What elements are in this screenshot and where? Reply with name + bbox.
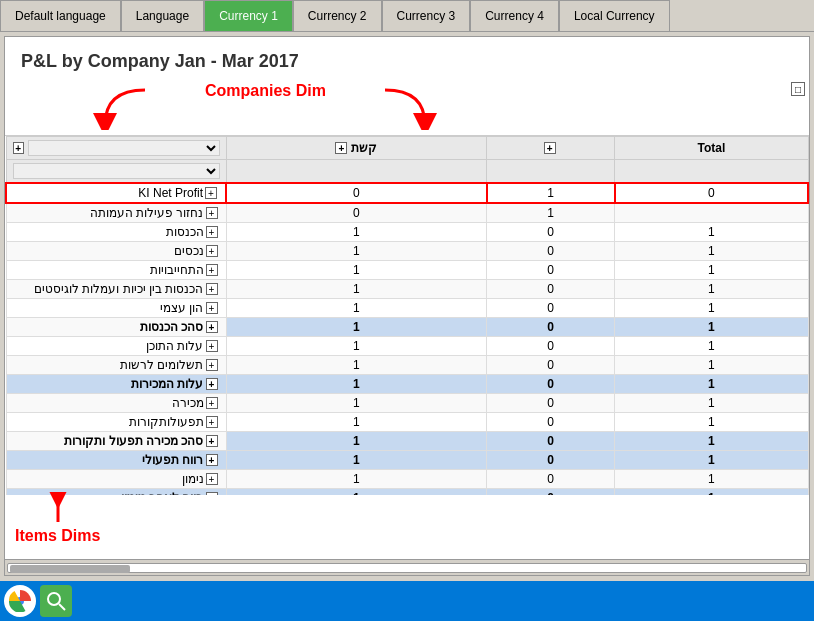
row-value-cell: 1 (615, 413, 808, 432)
row-label-text: רווח לאחר מימון (121, 491, 204, 495)
row-label-cell: +נימון (6, 470, 226, 489)
row-value-cell: 1 (226, 223, 487, 242)
row-value-cell: 0 (487, 356, 615, 375)
table-row: +תשלומים לרשות101 (6, 356, 808, 375)
arrow-left-down-icon (85, 85, 155, 130)
row-label-text: נחזור פעילות העמותה (90, 206, 204, 220)
window-minimize-button[interactable]: □ (791, 82, 805, 96)
row-label-text: התחייבויות (150, 263, 204, 277)
row-filter-dropdown[interactable] (28, 140, 220, 156)
row-label-text: KI Net Profit (138, 186, 203, 200)
tab-default-language[interactable]: Default language (0, 0, 121, 31)
expand-button[interactable]: + (206, 454, 218, 466)
row-label-cell: +עלות התוכן (6, 337, 226, 356)
row-label-cell: +סהכ הכנסות (6, 318, 226, 337)
row-value-cell: 0 (226, 203, 487, 223)
row-value-cell: 0 (487, 261, 615, 280)
col-expand-col2-button[interactable]: + (544, 142, 556, 154)
row-value-cell: 1 (615, 299, 808, 318)
col-header-kashet: + קשת (226, 137, 487, 160)
expand-button[interactable]: + (206, 207, 218, 219)
row-value-cell: 0 (615, 183, 808, 203)
expand-button[interactable]: + (206, 378, 218, 390)
scrollbar-thumb[interactable] (10, 565, 130, 573)
expand-button[interactable]: + (206, 397, 218, 409)
row-value-cell: 1 (226, 242, 487, 261)
row-value-cell: 0 (487, 489, 615, 496)
tab-bar: Default language Language Currency 1 Cur… (0, 0, 814, 32)
row-value-cell: 0 (487, 242, 615, 261)
row-value-cell: 1 (226, 489, 487, 496)
row-value-cell: 1 (226, 261, 487, 280)
tab-local-currency[interactable]: Local Currency (559, 0, 670, 31)
expand-button[interactable]: + (206, 264, 218, 276)
col-header-col2: + (487, 137, 615, 160)
tab-currency2[interactable]: Currency 2 (293, 0, 382, 31)
row-value-cell: 1 (615, 261, 808, 280)
filter-kashet-cell (226, 160, 487, 184)
table-row: +נימון101 (6, 470, 808, 489)
col-expand-button[interactable]: + (13, 142, 24, 154)
filter-row-label-cell (6, 160, 226, 184)
expand-button[interactable]: + (206, 416, 218, 428)
report-title: P&L by Company Jan - Mar 2017 (5, 37, 809, 80)
row-label-cell: +מכירה (6, 394, 226, 413)
items-dims-label: Items Dims (15, 527, 100, 545)
table-row: +KI Net Profit010 (6, 183, 808, 203)
table-row: +מכירה101 (6, 394, 808, 413)
table-row: +עלות המכירות101 (6, 375, 808, 394)
row-value-cell: 0 (487, 413, 615, 432)
data-table: + + קשת + (5, 136, 809, 495)
row-value-cell: 1 (226, 394, 487, 413)
row-label-text: סהכ הכנסות (140, 320, 203, 334)
table-body: +KI Net Profit010+נחזור פעילות העמותה01+… (6, 183, 808, 495)
row-value-cell: 0 (487, 280, 615, 299)
row-value-cell: 0 (487, 299, 615, 318)
row-label-text: סהכ מכירה תפעול ותקורות (64, 434, 203, 448)
expand-button[interactable]: + (206, 492, 218, 495)
label-filter-dropdown[interactable] (13, 163, 220, 179)
row-label-text: תשלומים לרשות (120, 358, 203, 372)
expand-button[interactable]: + (206, 245, 218, 257)
row-value-cell: 1 (226, 375, 487, 394)
table-wrapper[interactable]: + + קשת + (5, 135, 809, 495)
expand-button[interactable]: + (206, 302, 218, 314)
expand-button[interactable]: + (206, 359, 218, 371)
row-value-cell: 0 (487, 337, 615, 356)
expand-button[interactable]: + (206, 283, 218, 295)
tab-currency3[interactable]: Currency 3 (382, 0, 471, 31)
row-label-cell: +הכנסות בין יכיות ועמלות לוגיסטים (6, 280, 226, 299)
row-value-cell: 1 (615, 318, 808, 337)
search-taskbar-icon[interactable] (40, 585, 72, 617)
row-value-cell: 1 (615, 242, 808, 261)
col-expand-kashet-button[interactable]: + (335, 142, 347, 154)
row-label-cell: +רווח תפעולי (6, 451, 226, 470)
table-row: +תפעולותקורות101 (6, 413, 808, 432)
filter-col2-cell (487, 160, 615, 184)
row-value-cell: 0 (487, 432, 615, 451)
table-row: +רווח תפעולי101 (6, 451, 808, 470)
row-label-text: עלות התוכן (146, 339, 203, 353)
expand-button[interactable]: + (206, 321, 218, 333)
tab-language[interactable]: Language (121, 0, 204, 31)
expand-button[interactable]: + (206, 435, 218, 447)
row-label-text: רווח תפעולי (142, 453, 203, 467)
expand-button[interactable]: + (205, 187, 217, 199)
row-label-cell: +סהכ מכירה תפעול ותקורות (6, 432, 226, 451)
scrollbar-track[interactable] (7, 563, 807, 573)
expand-button[interactable]: + (206, 226, 218, 238)
row-value-cell: 0 (487, 318, 615, 337)
row-value-cell: 1 (615, 489, 808, 496)
row-value-cell: 1 (226, 299, 487, 318)
expand-button[interactable]: + (206, 340, 218, 352)
table-row: +רווח לאחר מימון101 (6, 489, 808, 496)
expand-button[interactable]: + (206, 473, 218, 485)
tab-currency1[interactable]: Currency 1 (204, 0, 293, 31)
row-value-cell: 1 (226, 356, 487, 375)
taskbar (0, 581, 814, 621)
chrome-icon[interactable] (4, 585, 36, 617)
horizontal-scrollbar[interactable] (5, 559, 809, 575)
row-value-cell: 1 (615, 223, 808, 242)
tab-currency4[interactable]: Currency 4 (470, 0, 559, 31)
row-label-text: מכירה (172, 396, 204, 410)
